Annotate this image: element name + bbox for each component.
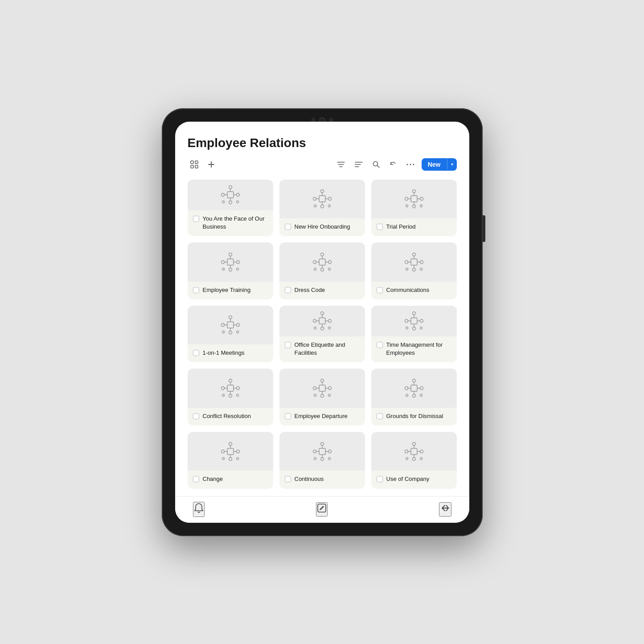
svg-point-15 [410,164,411,165]
card-thumbnail [188,242,273,281]
svg-rect-3 [195,165,198,168]
svg-rect-116 [227,385,234,391]
card-icon [311,377,334,400]
grid-view-button[interactable] [188,159,201,170]
cards-grid: You Are the Face of Our BusinessNew Hire… [188,180,457,496]
svg-point-38 [328,205,330,207]
card-label: Communications [386,286,430,294]
search-button[interactable] [370,159,382,170]
svg-rect-83 [227,322,234,328]
card-thumbnail [371,306,457,336]
card-item[interactable]: Conflict Resolution [188,369,273,426]
svg-point-27 [236,201,238,203]
card-checkbox[interactable] [285,476,291,482]
card-checkbox[interactable] [193,476,199,482]
card-icon [311,440,334,463]
card-item[interactable]: Office Etiquette and Facilities [279,306,365,363]
svg-rect-50 [227,259,234,265]
svg-rect-171 [411,448,417,455]
card-icon [311,309,334,332]
card-thumbnail [279,180,365,218]
card-thumbnail [279,306,365,336]
card-icon [402,309,426,332]
card-icon [219,183,242,206]
card-label: Use of Company [386,475,430,483]
card-thumbnail [188,432,273,471]
card-checkbox[interactable] [285,287,291,293]
card-item[interactable]: 1-on-1 Meetings [188,306,273,363]
card-item[interactable]: You Are the Face of Our Business [188,180,273,237]
new-button-caret[interactable]: ▾ [447,159,457,169]
svg-rect-72 [411,259,417,265]
card-label: You Are the Face of Our Business [203,215,268,231]
card-checkbox[interactable] [193,216,199,222]
svg-point-82 [420,268,422,270]
card-thumbnail [371,180,457,218]
bottom-bar [175,496,469,523]
svg-point-59 [222,268,224,270]
card-icon [311,187,334,210]
card-item[interactable]: New Hire Onboarding [279,180,365,237]
svg-rect-0 [191,161,193,164]
svg-point-169 [314,457,316,459]
card-thumbnail [188,369,273,407]
card-footer: Dress Code [279,282,365,299]
card-item[interactable]: Employee Training [188,242,273,299]
card-checkbox[interactable] [377,287,383,293]
page-title: Employee Relations [188,136,457,150]
edit-button[interactable] [316,502,328,517]
card-checkbox[interactable] [377,342,383,348]
card-checkbox[interactable] [377,224,383,230]
more-button[interactable] [404,162,417,167]
card-item[interactable]: Time Management for Employees [371,306,457,363]
card-footer: Communications [371,282,457,299]
new-button-label[interactable]: New [422,158,447,171]
filter-button[interactable] [334,160,348,169]
undo-button[interactable] [387,159,399,170]
back-button[interactable] [439,502,451,517]
card-checkbox[interactable] [285,413,291,419]
svg-point-81 [406,268,408,270]
bell-button[interactable] [193,502,205,517]
card-item[interactable]: Employee Departure [279,369,365,426]
card-icon [219,250,242,274]
svg-point-103 [314,327,316,329]
svg-rect-127 [319,385,325,391]
new-button-group[interactable]: New ▾ [422,158,457,171]
add-button[interactable] [205,159,218,170]
card-item[interactable]: Dress Code [279,242,365,299]
card-item[interactable]: Change [188,432,273,489]
card-checkbox[interactable] [285,342,291,348]
card-checkbox[interactable] [377,413,383,419]
card-checkbox[interactable] [377,476,383,482]
card-footer: New Hire Onboarding [279,218,365,236]
card-footer: Employee Training [188,282,273,299]
card-item[interactable]: Use of Company [371,432,457,489]
card-item[interactable]: Trial Period [371,180,457,237]
svg-point-49 [420,205,422,207]
card-footer: Office Etiquette and Facilities [279,336,365,362]
card-item[interactable]: Grounds for Dismissal [371,369,457,426]
svg-rect-61 [319,259,325,265]
card-label: Conflict Resolution [203,412,251,420]
svg-point-48 [406,205,408,207]
card-item[interactable]: Continuous [279,432,365,489]
card-label: Employee Training [203,286,251,294]
svg-point-180 [406,457,408,459]
card-checkbox[interactable] [193,413,199,419]
card-checkbox[interactable] [285,224,291,230]
card-label: Office Etiquette and Facilities [295,341,360,357]
card-icon [402,377,426,400]
svg-rect-149 [227,448,234,455]
card-thumbnail [371,432,457,471]
card-checkbox[interactable] [193,350,199,356]
card-item[interactable]: Communications [371,242,457,299]
card-thumbnail [188,180,273,210]
card-icon [311,250,334,274]
card-footer: Trial Period [371,218,457,236]
card-label: Change [203,475,223,483]
card-checkbox[interactable] [193,287,199,293]
card-icon [219,440,242,463]
sort-button[interactable] [352,159,365,170]
svg-point-16 [413,164,414,165]
